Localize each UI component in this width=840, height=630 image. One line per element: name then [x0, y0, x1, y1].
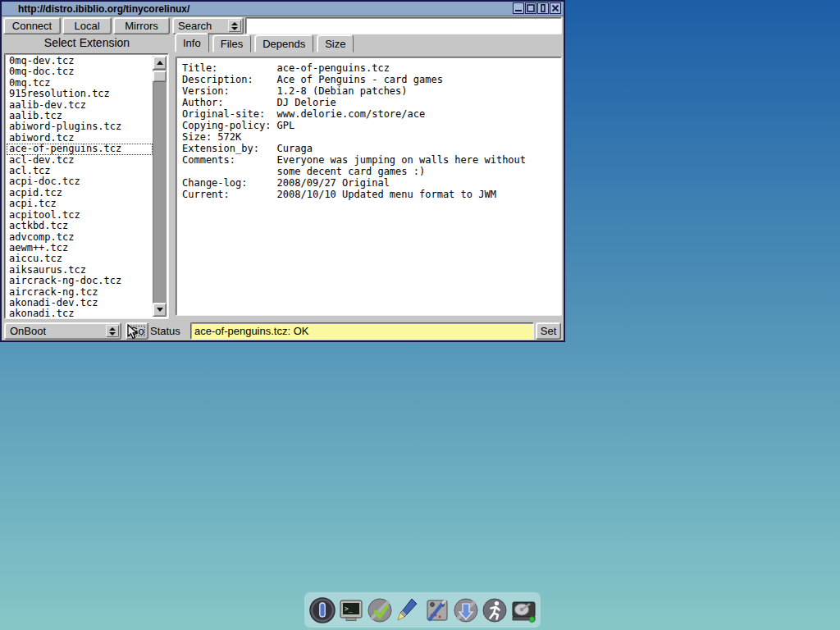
list-item[interactable]: aiccu.tcz: [7, 253, 153, 264]
list-item[interactable]: acpitool.tcz: [7, 210, 153, 221]
list-item[interactable]: akonadi-dev.tcz: [7, 298, 153, 308]
titlebar[interactable]: http://distro.ibiblio.org/tinycorelinux/: [2, 2, 564, 16]
tabs-row: InfoFilesDependsSize: [175, 34, 354, 52]
extension-listbox[interactable]: 0mq-dev.tcz0mq-doc.tcz0mq.tcz915resoluti…: [4, 53, 169, 319]
tab-files[interactable]: Files: [212, 34, 251, 52]
tab-info[interactable]: Info: [175, 33, 209, 52]
set-button[interactable]: Set: [536, 322, 561, 340]
list-item[interactable]: aewm++.tcz: [7, 243, 153, 253]
list-item[interactable]: aalib-dev.tcz: [7, 100, 153, 111]
scroll-up-icon[interactable]: [153, 56, 167, 70]
dock: >_: [304, 592, 541, 628]
close-icon[interactable]: [550, 2, 561, 14]
mount-drive-icon[interactable]: [509, 595, 537, 626]
tab-depends[interactable]: Depends: [254, 34, 313, 52]
chevron-up-down-icon: [228, 20, 241, 32]
local-button[interactable]: Local: [62, 17, 112, 34]
list-scrollbar[interactable]: [153, 56, 167, 317]
window-title: http://distro.ibiblio.org/tinycorelinux/: [2, 3, 189, 15]
maximize-icon[interactable]: [525, 2, 536, 14]
appbrowser-window: http://distro.ibiblio.org/tinycorelinux/…: [0, 0, 565, 342]
list-item[interactable]: akonadi.tcz: [7, 308, 153, 317]
desktop: http://distro.ibiblio.org/tinycorelinux/…: [0, 0, 840, 630]
go-button-label: Go: [127, 324, 146, 338]
list-item[interactable]: abiword-plugins.tcz: [7, 121, 153, 132]
scrollbar-thumb[interactable]: [153, 71, 167, 82]
list-item[interactable]: 915resolution.tcz: [7, 89, 153, 99]
search-mode-dropdown[interactable]: Search: [172, 17, 244, 34]
download-sphere-icon[interactable]: [452, 595, 480, 626]
search-input[interactable]: [245, 17, 562, 34]
list-item[interactable]: aircrack-ng.tcz: [7, 287, 153, 298]
tab-size[interactable]: Size: [317, 34, 354, 52]
control-panel-icon[interactable]: [423, 595, 451, 626]
install-mode-value: OnBoot: [5, 325, 106, 337]
list-item[interactable]: abiword.tcz: [7, 133, 153, 144]
info-panel: Title: ace-of-penguins.tcz Description: …: [176, 57, 562, 316]
list-item[interactable]: advcomp.tcz: [7, 232, 153, 243]
list-item[interactable]: aiksaurus.tcz: [7, 265, 153, 276]
list-item[interactable]: aalib.tcz: [7, 111, 153, 121]
power-icon[interactable]: [308, 595, 336, 626]
list-item[interactable]: acl-dev.tcz: [7, 155, 153, 166]
paint-brush-icon[interactable]: [395, 595, 422, 626]
chevron-up-down-icon: [106, 325, 119, 337]
list-item[interactable]: acpid.tcz: [7, 188, 153, 199]
mirrors-button[interactable]: Mirrors: [113, 17, 170, 34]
scroll-down-icon[interactable]: [153, 303, 167, 317]
list-item[interactable]: 0mq.tcz: [7, 78, 153, 89]
list-item[interactable]: 0mq-dev.tcz: [7, 56, 153, 66]
status-label: Status: [150, 325, 180, 337]
status-field[interactable]: [190, 322, 534, 340]
info-text: Title: ace-of-penguins.tcz Description: …: [176, 57, 561, 200]
install-mode-dropdown[interactable]: OnBoot: [4, 322, 121, 340]
terminal-icon[interactable]: >_: [337, 595, 365, 626]
shade-icon[interactable]: [537, 2, 549, 14]
list-item[interactable]: aircrack-ng-doc.tcz: [7, 276, 153, 286]
search-mode-value: Search: [173, 20, 228, 32]
list-item[interactable]: ace-of-penguins.tcz: [7, 144, 153, 154]
list-item[interactable]: 0mq-doc.tcz: [7, 66, 153, 77]
list-item[interactable]: acpi-doc.tcz: [7, 176, 153, 187]
go-button[interactable]: Go: [126, 322, 148, 340]
connect-button[interactable]: Connect: [3, 17, 61, 34]
list-item[interactable]: actkbd.tcz: [7, 221, 153, 231]
list-item[interactable]: acl.tcz: [7, 166, 153, 176]
extension-list: 0mq-dev.tcz0mq-doc.tcz0mq.tcz915resoluti…: [7, 56, 153, 317]
select-extension-label: Select Extension: [2, 36, 172, 49]
check-sphere-icon[interactable]: [366, 595, 394, 626]
list-item[interactable]: acpi.tcz: [7, 199, 153, 209]
run-icon[interactable]: [481, 595, 509, 626]
minimize-icon[interactable]: [513, 2, 524, 14]
window-controls: [513, 2, 561, 14]
svg-text:>_: >_: [345, 605, 353, 613]
